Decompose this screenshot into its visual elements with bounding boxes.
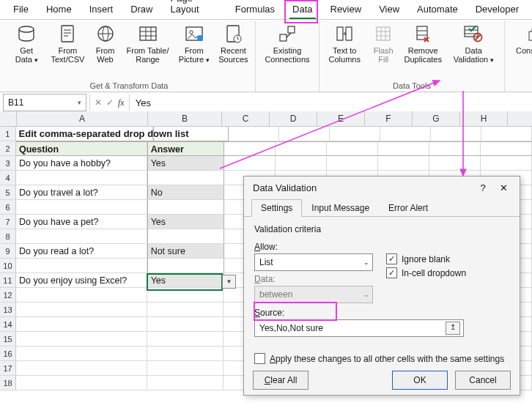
globe-icon bbox=[95, 23, 117, 45]
data-validation-dialog: Data Validation ? ✕ Settings Input Messa… bbox=[243, 176, 520, 396]
cell-b3[interactable]: Yes bbox=[147, 156, 224, 171]
text-to-columns-button[interactable]: Text to Columns bbox=[322, 21, 367, 81]
picture-icon bbox=[183, 23, 205, 45]
source-input[interactable]: Yes,No,Not sure ↥ bbox=[254, 319, 464, 337]
range-picker-icon[interactable]: ↥ bbox=[446, 322, 460, 335]
svg-rect-18 bbox=[280, 34, 287, 41]
col-header-a[interactable]: A bbox=[17, 111, 148, 126]
chevron-down-icon: ⌄ bbox=[363, 291, 369, 298]
tab-automate[interactable]: Automate bbox=[408, 1, 467, 19]
cell-a9[interactable]: Do you read a lot? bbox=[16, 244, 147, 259]
col-header-c[interactable]: C bbox=[222, 111, 270, 126]
group-label-data-tools: Data Tools bbox=[322, 81, 501, 92]
source-label: Source: bbox=[254, 308, 509, 318]
tab-draw[interactable]: Draw bbox=[122, 1, 161, 19]
remove-duplicates-button[interactable]: Remove Duplicates bbox=[400, 21, 446, 81]
ribbon-body: Get Data From Text/CSV From Web From Tab… bbox=[0, 20, 532, 92]
table-icon bbox=[137, 23, 159, 45]
cell-b1[interactable] bbox=[153, 127, 229, 141]
cell-a1[interactable]: Edit comma-separated drop down list bbox=[16, 127, 153, 141]
svg-rect-20 bbox=[337, 27, 343, 40]
allow-label: Allow: bbox=[254, 242, 373, 252]
ignore-blank-checkbox[interactable]: ✓Ignore blank bbox=[386, 253, 466, 264]
tab-formulas[interactable]: Formulas bbox=[226, 1, 284, 19]
dialog-close-button[interactable]: ✕ bbox=[493, 182, 514, 193]
apply-to-all-checkbox[interactable]: Apply these changes to all other cells w… bbox=[254, 353, 509, 364]
col-header-f[interactable]: F bbox=[365, 111, 413, 126]
from-table-range-button[interactable]: From Table/ Range bbox=[122, 21, 174, 81]
dialog-tab-error-alert[interactable]: Error Alert bbox=[379, 199, 437, 217]
svg-rect-19 bbox=[288, 26, 295, 33]
dialog-tab-settings[interactable]: Settings bbox=[251, 199, 302, 217]
get-data-button[interactable]: Get Data bbox=[6, 21, 47, 81]
cell-b9[interactable]: Not sure bbox=[147, 244, 224, 259]
svg-rect-8 bbox=[140, 27, 156, 40]
cell-b7[interactable]: Yes bbox=[147, 215, 224, 229]
dialog-title: Data Validation bbox=[253, 182, 317, 193]
cell-a7[interactable]: Do you have a pet? bbox=[16, 215, 147, 229]
clear-all-button[interactable]: Clear All bbox=[253, 371, 309, 390]
row-header[interactable]: 1 bbox=[0, 127, 16, 141]
in-cell-dropdown-checkbox[interactable]: ✓In-cell dropdown bbox=[386, 267, 466, 278]
tab-data[interactable]: Data bbox=[284, 1, 321, 19]
tab-page-layout[interactable]: Page Layout bbox=[162, 0, 226, 19]
svg-rect-35 bbox=[529, 31, 532, 40]
dialog-tab-input-message[interactable]: Input Message bbox=[302, 199, 379, 217]
dialog-help-button[interactable]: ? bbox=[473, 182, 493, 193]
consolidate-icon bbox=[526, 23, 532, 45]
remove-duplicates-icon bbox=[412, 23, 434, 45]
text-to-columns-icon bbox=[333, 23, 355, 45]
tab-file[interactable]: File bbox=[4, 1, 37, 19]
from-picture-button[interactable]: From Picture bbox=[174, 21, 215, 81]
tab-review[interactable]: Review bbox=[322, 1, 371, 19]
col-header-d[interactable]: D bbox=[270, 111, 317, 126]
tab-home[interactable]: Home bbox=[37, 1, 81, 19]
cell-a2[interactable]: Question bbox=[16, 141, 147, 156]
recent-icon bbox=[222, 23, 244, 45]
recent-sources-button[interactable]: Recent Sources bbox=[215, 21, 252, 81]
consolidate-button[interactable]: Consolidate bbox=[508, 21, 532, 81]
svg-rect-21 bbox=[346, 27, 352, 40]
confirm-edit-icon[interactable]: ✓ bbox=[106, 97, 114, 108]
cancel-edit-icon[interactable]: ✕ bbox=[95, 97, 102, 108]
from-web-button[interactable]: From Web bbox=[89, 21, 122, 81]
flash-fill-icon bbox=[372, 23, 394, 45]
cell-b5[interactable]: No bbox=[147, 185, 224, 200]
flash-fill-button[interactable]: Flash Fill bbox=[367, 21, 401, 81]
data-label: Data: bbox=[254, 274, 373, 284]
database-icon bbox=[15, 23, 37, 45]
col-header-e[interactable]: E bbox=[317, 111, 365, 126]
col-header-g[interactable]: G bbox=[413, 111, 460, 126]
data-validation-button[interactable]: Data Validation bbox=[446, 21, 501, 81]
svg-point-14 bbox=[190, 31, 193, 34]
tab-view[interactable]: View bbox=[370, 1, 408, 19]
svg-rect-22 bbox=[377, 27, 390, 40]
cell-b11[interactable]: Yes bbox=[147, 273, 224, 288]
formula-input[interactable]: Yes bbox=[130, 97, 532, 108]
file-text-icon bbox=[56, 23, 78, 45]
in-cell-dropdown-handle[interactable]: ▼ bbox=[222, 275, 236, 289]
cell-a3[interactable]: Do you have a hobby? bbox=[16, 156, 147, 171]
cell-b2[interactable]: Answer bbox=[147, 141, 224, 156]
dialog-tabs: Settings Input Message Error Alert bbox=[244, 199, 520, 217]
col-header-h[interactable]: H bbox=[460, 111, 508, 126]
tab-insert[interactable]: Insert bbox=[81, 1, 122, 19]
existing-connections-button[interactable]: Existing Connections bbox=[259, 21, 316, 81]
allow-select[interactable]: List⌄ bbox=[254, 253, 373, 271]
dialog-titlebar[interactable]: Data Validation ? ✕ bbox=[244, 177, 520, 199]
cell-a5[interactable]: Do you travel a lot? bbox=[16, 185, 147, 200]
name-box[interactable]: B11▾ bbox=[3, 94, 86, 111]
svg-point-0 bbox=[19, 26, 34, 32]
ok-button[interactable]: OK bbox=[392, 371, 448, 390]
formula-bar: B11▾ ✕ ✓ fx Yes bbox=[0, 92, 532, 114]
cell-a11[interactable]: Do you enjoy using Excel? bbox=[16, 273, 147, 288]
from-text-csv-button[interactable]: From Text/CSV bbox=[47, 21, 88, 81]
cancel-button[interactable]: Cancel bbox=[455, 371, 511, 390]
group-label-get-transform: Get & Transform Data bbox=[6, 81, 252, 92]
tab-developer[interactable]: Developer bbox=[467, 1, 528, 19]
col-header-b[interactable]: B bbox=[148, 111, 222, 126]
fx-icon[interactable]: fx bbox=[118, 97, 125, 108]
select-all-corner[interactable] bbox=[0, 111, 17, 126]
connections-icon bbox=[276, 23, 298, 45]
svg-rect-1 bbox=[62, 26, 73, 42]
